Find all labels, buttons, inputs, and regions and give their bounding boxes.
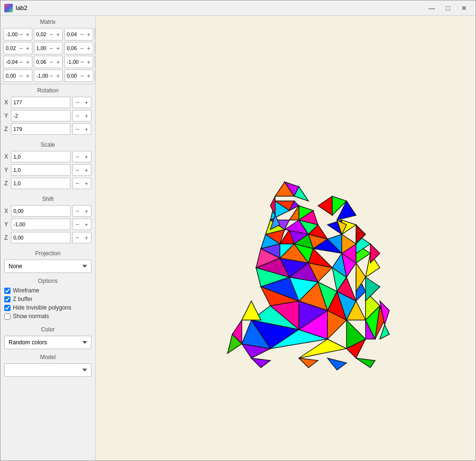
- show-normals-label[interactable]: Show normals: [13, 313, 49, 320]
- model-dropdown[interactable]: [4, 363, 91, 377]
- rotation-y-label: Y: [4, 112, 11, 119]
- shift-z-input[interactable]: [11, 232, 70, 243]
- shift-y-plus[interactable]: +: [82, 219, 91, 230]
- rotation-x-input[interactable]: [11, 97, 70, 108]
- matrix-plus-2-0[interactable]: +: [24, 57, 31, 67]
- projection-dropdown[interactable]: NonePerspectiveOrthographic: [4, 260, 91, 273]
- shift-z-label: Z: [4, 234, 11, 241]
- scale-z-minus[interactable]: −: [72, 178, 82, 189]
- wireframe-checkbox[interactable]: [4, 288, 10, 294]
- scale-y-minus[interactable]: −: [72, 164, 82, 176]
- scale-y-plus[interactable]: +: [82, 164, 91, 176]
- scale-z-plus[interactable]: +: [82, 178, 91, 189]
- shift-z-minus[interactable]: −: [72, 232, 82, 243]
- rotation-z-input[interactable]: [11, 123, 70, 135]
- hide-invisible-row: Hide Invisible polygons: [4, 304, 91, 311]
- zbuffer-row: Z buffer: [4, 296, 91, 302]
- rotation-x-minus[interactable]: −: [72, 97, 82, 108]
- matrix-minus-3-0[interactable]: −: [18, 71, 24, 80]
- scale-x-plus[interactable]: +: [82, 151, 91, 162]
- scale-z-input[interactable]: [11, 178, 70, 189]
- maximize-button[interactable]: □: [440, 2, 456, 14]
- matrix-minus-2-0[interactable]: −: [18, 57, 24, 67]
- rotation-z-plus[interactable]: +: [82, 123, 91, 135]
- scale-z-row: Z − +: [4, 178, 91, 189]
- shift-y-minus[interactable]: −: [72, 219, 82, 230]
- color-section: Color Random colorsSolid colorGradient: [0, 323, 95, 351]
- zbuffer-label[interactable]: Z buffer: [13, 296, 32, 302]
- rotation-z-label: Z: [4, 126, 11, 132]
- rotation-z-minus[interactable]: −: [72, 123, 82, 135]
- svg-marker-73: [318, 196, 332, 215]
- show-normals-row: Show normals: [4, 313, 91, 320]
- show-normals-checkbox[interactable]: [4, 313, 10, 320]
- model-title: Model: [4, 353, 91, 361]
- shift-y-row: Y − +: [4, 219, 91, 230]
- matrix-cell-0-0: -1,00−+: [3, 28, 32, 40]
- options-title: Options: [4, 277, 91, 285]
- scale-y-row: Y − +: [4, 164, 91, 176]
- matrix-plus-0-0[interactable]: +: [24, 30, 31, 39]
- matrix-minus-2-2[interactable]: −: [79, 57, 85, 67]
- rotation-title: Rotation: [4, 86, 91, 95]
- shift-x-plus[interactable]: +: [82, 205, 91, 217]
- matrix-plus-0-1[interactable]: +: [55, 30, 61, 39]
- shift-x-input[interactable]: [11, 205, 70, 217]
- matrix-minus-3-1[interactable]: −: [48, 71, 55, 80]
- wireframe-label[interactable]: Wireframe: [13, 287, 39, 294]
- matrix-plus-3-2[interactable]: +: [85, 71, 92, 80]
- matrix-plus-1-2[interactable]: +: [85, 43, 92, 53]
- matrix-value-1-2: 0,06: [66, 45, 79, 51]
- matrix-minus-1-2[interactable]: −: [79, 43, 85, 53]
- matrix-cell-2-0: -0,04−+: [3, 56, 32, 68]
- shift-title: Shift: [4, 195, 91, 203]
- matrix-plus-1-0[interactable]: +: [24, 43, 31, 53]
- matrix-value-3-0: 0,00: [5, 73, 18, 79]
- color-dropdown-wrapper: Random colorsSolid colorGradient: [4, 336, 91, 349]
- matrix-plus-2-1[interactable]: +: [55, 57, 61, 67]
- rotation-x-plus[interactable]: +: [82, 97, 91, 108]
- close-button[interactable]: ✕: [456, 2, 472, 14]
- shift-x-row: X − +: [4, 205, 91, 217]
- matrix-plus-3-1[interactable]: +: [55, 71, 61, 80]
- color-dropdown[interactable]: Random colorsSolid colorGradient: [4, 336, 91, 349]
- matrix-cell-1-2: 0,06−+: [64, 42, 93, 54]
- minimize-button[interactable]: —: [424, 2, 439, 14]
- shift-y-input[interactable]: [11, 219, 70, 230]
- rotation-y-input[interactable]: [11, 110, 70, 121]
- matrix-grid: -1,00−+0,02−+0,04−+0,00−+0,02−+1,00−+0,0…: [3, 28, 92, 82]
- matrix-plus-3-0[interactable]: +: [24, 71, 31, 80]
- matrix-minus-1-1[interactable]: −: [48, 43, 55, 53]
- hide-invisible-label[interactable]: Hide Invisible polygons: [13, 304, 71, 311]
- matrix-minus-0-2[interactable]: −: [79, 30, 85, 39]
- matrix-minus-1-0[interactable]: −: [18, 43, 24, 53]
- matrix-plus-2-2[interactable]: +: [85, 57, 92, 67]
- scale-x-minus[interactable]: −: [72, 151, 82, 162]
- model-dropdown-wrapper: [4, 363, 91, 377]
- rotation-y-plus[interactable]: +: [82, 110, 91, 121]
- app-icon: [4, 4, 13, 12]
- shift-z-plus[interactable]: +: [82, 232, 91, 243]
- matrix-value-2-1: 0,06: [35, 59, 48, 65]
- rotation-z-row: Z − +: [4, 123, 91, 135]
- zbuffer-checkbox[interactable]: [4, 296, 10, 302]
- matrix-minus-0-1[interactable]: −: [48, 30, 55, 39]
- hide-invisible-checkbox[interactable]: [4, 305, 10, 311]
- scale-y-input[interactable]: [11, 164, 70, 176]
- rotation-x-label: X: [4, 99, 11, 106]
- scale-x-input[interactable]: [11, 151, 70, 162]
- matrix-cell-1-0: 0,02−+: [3, 42, 32, 54]
- matrix-minus-3-2[interactable]: −: [79, 71, 85, 80]
- matrix-minus-0-0[interactable]: −: [18, 30, 24, 39]
- shift-x-minus[interactable]: −: [72, 205, 82, 217]
- window-title: lab2: [16, 4, 424, 11]
- matrix-title: Matrix: [3, 18, 92, 26]
- matrix-minus-2-1[interactable]: −: [48, 57, 55, 67]
- matrix-plus-0-2[interactable]: +: [85, 30, 92, 39]
- rotation-y-minus[interactable]: −: [72, 110, 82, 121]
- matrix-cell-2-2: -1,00−+: [64, 56, 93, 68]
- color-title: Color: [4, 325, 91, 334]
- title-bar: lab2 — □ ✕: [0, 0, 476, 16]
- svg-marker-87: [356, 358, 375, 368]
- matrix-plus-1-1[interactable]: +: [55, 43, 61, 53]
